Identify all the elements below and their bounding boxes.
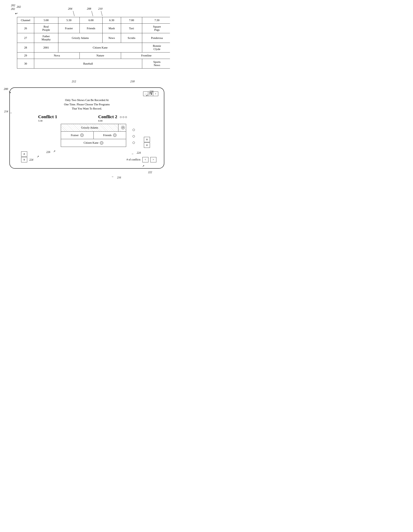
empty-circle-2 (133, 135, 135, 137)
prog-frasier-cell: Fraiser (61, 132, 94, 139)
label-222: 222 (148, 171, 152, 174)
empty-circle-3 (133, 142, 135, 144)
header-730: 7:30 (142, 17, 170, 24)
prog-citizen-kane: Citizen Kane (58, 43, 142, 52)
prog-friends-cell: Friends (94, 132, 126, 139)
conflict-1-title: Conflict 1 (38, 114, 98, 119)
label-220: 220 (149, 90, 153, 93)
prog-news: News (102, 33, 121, 43)
channel-29: 29 (17, 52, 34, 59)
program-guide-table: Channel 5:00 5:30 6:00 6:30 7:00 7:30 26… (17, 17, 170, 68)
arrow-216: ← (111, 175, 114, 178)
prog-real-people: RealPeople (34, 24, 58, 33)
header-600: 6:00 (80, 17, 103, 24)
dialog-box: — × Only Two Shows Can Be Recorded At On… (10, 87, 164, 169)
label-214: 214 (4, 110, 8, 113)
prog-row-grizzly: Grizzly Adams Ø (61, 124, 126, 132)
message-line2: One Time. Please Choose The Programs (16, 102, 158, 107)
table-row: 26 RealPeople Frasier Friends Mash Taxi … (17, 24, 170, 33)
prog-row-citizen-kane: Citizen Kane (61, 139, 126, 147)
prev-conflict-button[interactable]: < (142, 157, 148, 162)
dot-1 (120, 116, 122, 118)
label-218: 218 (130, 80, 135, 83)
table-row: 27 FatherMurphy Grizzly Adams News Scrub… (17, 33, 170, 43)
label-212: 212 (72, 80, 76, 83)
message-line1: Only Two Shows Can Be Recorded At (16, 98, 158, 102)
prog-frasier-name: Fraiser (71, 134, 79, 137)
arrow-226: ↗ (53, 150, 56, 153)
left-arrow-group: ∧ ∨ (21, 152, 27, 162)
prog-grizzly-cancel[interactable]: Ø (118, 124, 126, 131)
channel-28: 28 (17, 43, 34, 52)
left-down-button[interactable]: ∨ (21, 157, 27, 162)
prog-sports-news: SportsNews (142, 59, 170, 68)
label-210: 210 (98, 7, 103, 10)
radio-icon-citizen-kane[interactable] (100, 141, 103, 145)
left-nav-arrows: ∧ ∨ (21, 152, 27, 162)
prog-row-frasier-friends: Fraiser Friends (61, 132, 126, 139)
conflicts-label: # of conflicts (126, 158, 141, 161)
prog-nova: Nova (34, 52, 80, 59)
prog-mash: Mash (102, 24, 121, 33)
prog-bonnie-clyde: BonnieClyde (142, 43, 170, 52)
prog-scrubs: Scrubs (121, 33, 142, 43)
dialog-titlebar: — × (16, 92, 158, 96)
label-204: 204 (68, 7, 72, 10)
radio-icon-frasier[interactable] (80, 133, 84, 137)
label-200: 200 (4, 87, 8, 91)
conflict-1-header: Conflict 1 5:30 (38, 114, 98, 122)
prog-grizzly-name: Grizzly Adams (81, 126, 98, 129)
next-conflict-button[interactable]: > (150, 157, 156, 162)
header-channel: Channel (17, 17, 34, 24)
conflict-2-title: Conflict 2 (98, 114, 117, 119)
prog-nature: Nature (80, 52, 121, 59)
radio-icon-friends[interactable] (113, 133, 116, 137)
label-202-text: 202 (17, 5, 21, 9)
prog-citizen-kane-cell: Citizen Kane (61, 139, 126, 147)
close-button[interactable]: × (153, 92, 158, 96)
header-630: 6:30 (102, 17, 121, 24)
prog-friends-name: Friends (103, 134, 112, 137)
arrow-224b: → (131, 152, 134, 155)
empty-circles-column (126, 124, 141, 149)
dot-2 (123, 116, 124, 118)
prog-frasier: Frasier (58, 24, 80, 33)
header-700: 7:00 (121, 17, 142, 24)
conflict-2-header: Conflict 2 6:00 (98, 114, 158, 122)
prog-baseball: Baseball (34, 59, 142, 68)
prog-ponderosa: Ponderosa (142, 33, 170, 43)
prog-father-murphy: FatherMurphy (34, 33, 58, 43)
prog-citizen-kane-name: Citizen Kane (84, 141, 99, 144)
channel-30: 30 (17, 59, 34, 68)
prog-friends: Friends (80, 24, 103, 33)
right-down-button[interactable]: ∨ (144, 142, 150, 148)
prog-grizzly-col1: Grizzly Adams (61, 124, 118, 131)
conflict-1-time: 5:30 (38, 119, 98, 122)
table-row: 29 Nova Nature Frontline (17, 52, 170, 59)
empty-circle-1 (133, 129, 135, 131)
left-up-button[interactable]: ∧ (21, 152, 27, 157)
header-500: 5:00 (34, 17, 58, 24)
prog-2001: 2001 (34, 43, 58, 52)
arrow-224a: ↗ (37, 155, 39, 158)
program-list: Grizzly Adams Ø Fraiser Frien (61, 124, 126, 147)
right-arrow-group: ∧ ∨ (144, 137, 150, 148)
channel-26: 26 (17, 24, 34, 33)
label-224a: 224 (29, 158, 33, 162)
cancel-icon[interactable]: Ø (121, 126, 125, 129)
arrow-222: ↗ (142, 164, 144, 168)
dot-3 (125, 116, 127, 118)
arrow-214: → (10, 111, 12, 114)
channel-27: 27 (17, 33, 34, 43)
guide-header-row: Channel 5:00 5:30 6:00 6:30 7:00 7:30 (17, 17, 170, 24)
bottom-right-controls: # of conflicts < > (126, 157, 156, 162)
dialog-message: Only Two Shows Can Be Recorded At One Ti… (16, 98, 158, 111)
label-224b: 224 (137, 152, 141, 154)
svg-rect-1 (149, 93, 151, 95)
arrow-220: ↙ (146, 94, 148, 97)
label-226: 226 (46, 151, 50, 154)
right-up-button[interactable]: ∧ (144, 137, 150, 142)
message-line3: That You Want To Record. (16, 106, 158, 111)
prog-grizzly-adams: Grizzly Adams (58, 33, 102, 43)
right-arrows-col: ∧ ∨ (141, 124, 153, 149)
